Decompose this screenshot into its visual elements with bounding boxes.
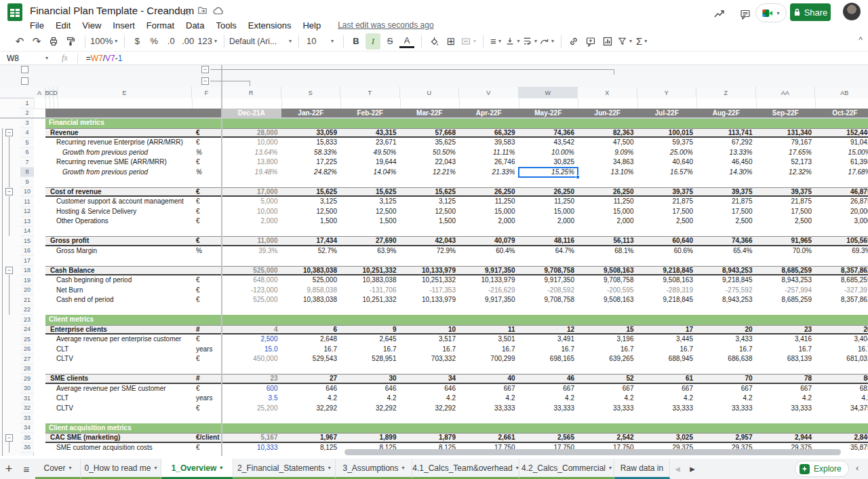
document-title[interactable]: Financial Plan Template - Creandum	[30, 5, 194, 16]
cell-value[interactable]: 46,875	[815, 187, 868, 197]
sheet-activity-icon[interactable]	[713, 9, 726, 18]
section-label[interactable]: Client metrics	[49, 315, 184, 325]
cell-value[interactable]: 4.2	[815, 394, 868, 404]
cell-value[interactable]: 682	[815, 384, 868, 394]
row-unit[interactable]: €	[196, 286, 220, 296]
row-header-30[interactable]: 30	[20, 384, 34, 394]
cell-value[interactable]: 34,863	[578, 157, 637, 168]
cell-value[interactable]: 2,661	[459, 433, 519, 443]
row-header-33[interactable]: 33	[20, 413, 34, 423]
tab-scroll-right-icon[interactable]: ▸	[685, 459, 700, 479]
cell-value[interactable]: 12.32%	[756, 168, 816, 178]
cell-value[interactable]: 61	[637, 374, 697, 384]
cell-value[interactable]: 2,500	[756, 216, 816, 227]
cell-value[interactable]: 525,000	[281, 275, 341, 286]
cell-value[interactable]: 16.7	[637, 345, 697, 355]
cell-value[interactable]: 16.7	[815, 345, 868, 355]
cell-value[interactable]: 9,708,758	[578, 275, 637, 286]
menu-help[interactable]: Help	[302, 20, 321, 31]
row-label[interactable]: Net Burn	[56, 286, 192, 296]
strikethrough-button[interactable]: S	[382, 33, 397, 50]
row-header-36[interactable]: 36	[20, 443, 34, 453]
undo-button[interactable]: ↶	[12, 33, 27, 50]
more-formats-button[interactable]: 123▾	[197, 33, 217, 50]
outline-level-2[interactable]	[21, 77, 28, 85]
cell-value[interactable]: 33,333	[637, 404, 697, 414]
row-unit[interactable]: €	[196, 334, 220, 345]
star-icon[interactable]: ☆	[182, 6, 191, 18]
cell-value[interactable]: 9,858,038	[281, 286, 341, 296]
column-header-AB[interactable]: AB	[815, 87, 868, 98]
selected-cell-W8[interactable]	[518, 167, 579, 178]
row-header-35[interactable]: 35	[20, 433, 34, 443]
sheet-tab-1-overview[interactable]: 1_Overview▾	[161, 459, 233, 479]
text-rotation-button[interactable]: ▾	[539, 33, 554, 50]
cell-value[interactable]: 600	[222, 384, 281, 394]
cell-value[interactable]: 24.82%	[281, 168, 341, 178]
cell-value[interactable]: 15,000	[459, 207, 519, 217]
cell-value[interactable]: 686,638	[696, 354, 756, 364]
row-header-4[interactable]: 4	[20, 128, 34, 138]
cell-value[interactable]: 3.5	[222, 394, 281, 404]
italic-button[interactable]: I	[366, 33, 380, 50]
row-header-34[interactable]: 34	[20, 423, 34, 434]
cell-value[interactable]: 91,042	[815, 138, 868, 148]
cell-value[interactable]: 667	[637, 384, 697, 394]
cell-value[interactable]: 17.68%	[815, 168, 868, 178]
cell-value[interactable]: 40,640	[637, 157, 697, 168]
row-label[interactable]: CLT	[56, 394, 192, 404]
fill-color-button[interactable]	[427, 33, 441, 50]
cell-value[interactable]: 10,383,038	[281, 266, 341, 276]
cell-value[interactable]: 26,250	[459, 187, 519, 197]
row-unit[interactable]: €	[196, 275, 220, 286]
row-header-25[interactable]: 25	[20, 334, 34, 345]
cell-value[interactable]: 26,250	[578, 187, 637, 197]
column-header-S[interactable]: S	[281, 87, 341, 98]
cell-value[interactable]: 3,445	[637, 334, 697, 345]
row-unit[interactable]: #	[196, 325, 220, 335]
last-edit-link[interactable]: Last edit was seconds ago	[338, 20, 433, 30]
cell-value[interactable]: 39.3%	[222, 246, 281, 256]
row-unit[interactable]: €	[196, 295, 220, 305]
cell-value[interactable]: 14.04%	[340, 168, 400, 178]
row-header-7[interactable]: 7	[20, 157, 34, 168]
cell-value[interactable]: 5,000	[222, 197, 281, 207]
move-folder-icon[interactable]	[197, 5, 208, 15]
column-header-R[interactable]: R	[222, 87, 281, 98]
cell-value[interactable]: 32,292	[340, 404, 400, 414]
cell-value[interactable]: 5,167	[222, 433, 281, 443]
cell-value[interactable]: 57,668	[400, 128, 460, 138]
cell-value[interactable]: 525,000	[222, 266, 281, 276]
cell-value[interactable]: 4	[222, 325, 281, 335]
comment-history-icon[interactable]	[739, 9, 751, 20]
explore-button[interactable]: Explore	[795, 461, 849, 477]
cell-value[interactable]: 78	[756, 374, 816, 384]
cell-value[interactable]: 48,116	[519, 236, 578, 246]
name-box-caret-icon[interactable]: ▾	[45, 55, 48, 61]
cell-value[interactable]: 25.00%	[637, 148, 697, 158]
cell-value[interactable]: 70	[696, 374, 756, 384]
cell-value[interactable]: 10,133,979	[400, 266, 460, 276]
cell-value[interactable]: 10,251,332	[340, 266, 400, 276]
cell-value[interactable]: 9	[340, 325, 400, 335]
cell-value[interactable]: 15,000	[578, 207, 637, 217]
row-header-17[interactable]: 17	[20, 256, 34, 266]
row-header-32[interactable]: 32	[20, 404, 34, 414]
cell-value[interactable]: 23	[222, 374, 281, 384]
row-label[interactable]: Revenue	[50, 128, 192, 138]
cell-value[interactable]: 13.64%	[222, 148, 281, 158]
cell-value[interactable]: 2,645	[340, 334, 400, 345]
column-header-Y[interactable]: Y	[637, 87, 697, 98]
print-button[interactable]	[46, 33, 61, 50]
cell-value[interactable]: 52,173	[756, 157, 816, 168]
row-unit[interactable]: years	[196, 345, 220, 355]
row-header-27[interactable]: 27	[20, 354, 34, 364]
cell-value[interactable]: 8,125	[281, 443, 341, 453]
cell-value[interactable]: 4.2	[281, 394, 341, 404]
row-header-23[interactable]: 23	[20, 315, 34, 325]
cell-value[interactable]: 68.1%	[578, 246, 637, 256]
cell-value[interactable]: 20	[696, 325, 756, 335]
cell-value[interactable]: 3,491	[519, 334, 578, 345]
column-header-Z[interactable]: Z	[696, 87, 756, 98]
column-header-AA[interactable]: AA	[756, 87, 816, 98]
